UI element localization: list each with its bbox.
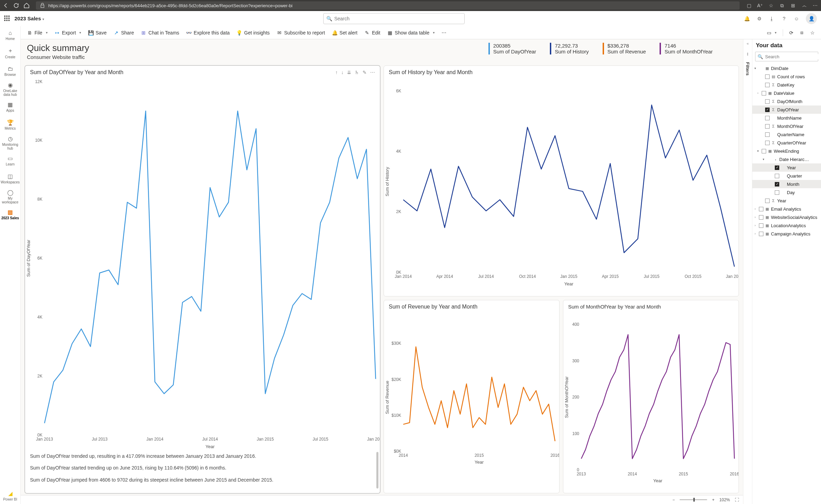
extensions-icon[interactable]: ⊞ <box>790 2 796 9</box>
home-icon[interactable] <box>23 2 30 9</box>
more-icon[interactable]: ⋯ <box>812 2 818 9</box>
lock-icon <box>39 2 46 9</box>
refresh-icon[interactable] <box>13 2 19 9</box>
profile-icon[interactable]: ෴ <box>801 2 807 9</box>
back-icon[interactable] <box>3 2 9 9</box>
collections-icon[interactable]: ⧉ <box>779 2 785 9</box>
url-text: https://app.powerbi.com/groups/me/report… <box>48 3 293 8</box>
svg-rect-0 <box>41 5 44 8</box>
favorite-icon[interactable]: ☆ <box>768 2 774 9</box>
browser-top-bar: https://app.powerbi.com/groups/me/report… <box>0 0 821 11</box>
address-bar[interactable]: https://app.powerbi.com/groups/me/report… <box>36 1 740 10</box>
read-aloud-icon[interactable]: A⁺ <box>757 2 763 9</box>
apps-icon[interactable]: ▢ <box>746 2 752 9</box>
